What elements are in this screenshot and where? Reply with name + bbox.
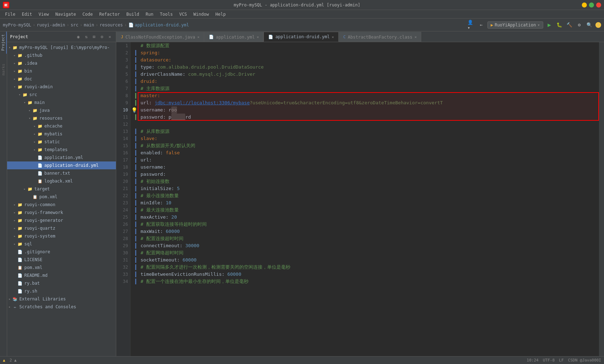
tree-item[interactable]: ▸📁ruoyi-common [7,201,116,209]
code-line[interactable]: slave: [138,135,599,142]
code-line[interactable]: datasource: [138,56,599,64]
code-line[interactable]: username: roo [138,106,599,114]
settings-button[interactable]: ⚙ [575,21,583,29]
tree-item[interactable]: ▸📁ruoyi-quartz [7,224,116,232]
tree-item[interactable]: 📄application.yml [7,154,116,161]
menu-window[interactable]: Window [191,11,212,18]
tab-close-button[interactable]: ✕ [414,35,417,39]
tree-item[interactable]: 📄ry.bat [7,279,116,287]
code-line[interactable]: type: com.alibaba.druid.pool.DruidDataSo… [138,64,599,71]
tree-item[interactable]: ▸📁.github [7,51,116,59]
close-button[interactable] [596,3,601,8]
menu-tools[interactable]: Tools [157,11,176,18]
code-line[interactable]: connectTimeout: 30000 [138,242,599,249]
menu-refactor[interactable]: Refactor [96,11,123,18]
code-line[interactable] [138,121,599,128]
code-line[interactable]: spring: [138,49,599,56]
code-line[interactable]: # 主库数据源 [138,85,599,92]
search-button[interactable]: 🔍 [585,21,593,29]
profile-button[interactable]: 👤▾ [467,21,475,29]
menu-help[interactable]: Help [212,11,229,18]
status-line-col[interactable]: 10:24 [527,358,539,363]
sidebar-scope-icon[interactable]: ◉ [75,34,82,40]
code-line[interactable]: # 最小连接池数量 [138,192,599,199]
code-line[interactable]: timeBetweenEvictionRunsMillis: 60000 [138,271,599,278]
menu-navigate[interactable]: Navigate [53,11,79,18]
menu-edit[interactable]: Edit [19,11,35,18]
tree-item[interactable]: ▸📁ruoyi-framework [7,209,116,216]
window-controls[interactable] [582,3,601,8]
tree-item[interactable]: 📄README.md [7,271,116,279]
code-line[interactable]: master: [138,92,599,99]
notification-button[interactable]: ! [595,22,601,28]
tree-item[interactable]: ▸📁sql [7,240,116,248]
code-line[interactable]: initialSize: 5 [138,185,599,192]
status-encoding[interactable]: UTF-8 [543,358,555,363]
sidebar-close-icon[interactable]: ✕ [107,34,113,40]
tree-item[interactable]: 📄banner.txt [7,169,116,177]
tree-item[interactable]: 📋logback.xml [7,177,116,185]
tree-item[interactable]: 📋pom.xml [7,193,116,201]
code-line[interactable]: # 配置连接超时时间 [138,235,599,242]
code-line[interactable]: # 最大连接池数量 [138,206,599,214]
tree-item[interactable]: ▾📁ruoyi-admin [7,83,116,91]
breadcrumb-project[interactable]: myPro-mySQL [3,23,31,28]
code-line[interactable]: url: jdbc:mysql://localhost:3306/mybase?… [138,99,599,106]
tree-item[interactable]: ▸📁ruoyi-generator [7,216,116,224]
tab-close-button[interactable]: ✕ [332,35,334,39]
tree-item[interactable]: 📄ry.sh [7,287,116,295]
sidebar-expand-icon[interactable]: ⊞ [91,34,97,40]
code-line[interactable]: maxActive: 20 [138,214,599,221]
tree-item[interactable]: ▸✏️Scratches and Consoles [7,303,116,311]
run-button[interactable]: ▶ [545,21,553,29]
code-line[interactable]: # 数据源配置 [138,42,599,49]
breadcrumb-resources[interactable]: resources [100,23,123,28]
tree-item[interactable]: ▸📁mybatis [7,130,116,138]
editor-tab[interactable]: JClassNotFoundException.java✕ [116,32,204,42]
menu-build[interactable]: Build [123,11,142,18]
tree-item[interactable]: ▸📁static [7,138,116,146]
code-line[interactable]: # 配置获取连接等待超时的时间 [138,221,599,228]
code-line[interactable]: druid: [138,78,599,85]
editor-content[interactable]: 1234567891011121314151617181920212223242… [116,42,604,356]
code-line[interactable]: url: [138,156,599,164]
editor-tab[interactable]: 📄application-druid.yml✕ [264,32,339,42]
breadcrumb-src[interactable]: src [70,23,78,28]
code-line[interactable]: username: [138,164,599,171]
tab-close-button[interactable]: ✕ [197,35,200,39]
code-area[interactable]: # 数据源配置spring: datasource: type: com.ali… [138,42,599,356]
code-line[interactable]: # 从数据源开关/默认关闭 [138,142,599,149]
menu-file[interactable]: File [2,11,18,18]
code-line[interactable]: # 配置网络超时时间 [138,249,599,256]
navigate-back-button[interactable]: ← [477,21,485,29]
tree-item[interactable]: ▾📁main [7,99,116,106]
status-line-sep[interactable]: LF [559,358,564,363]
editor-tab[interactable]: 📄application.yml✕ [204,32,264,42]
marks-tab[interactable]: marks [0,61,6,78]
tree-item[interactable]: 📄LICENSE [7,256,116,264]
code-line[interactable]: # 初始连接数 [138,178,599,185]
code-line[interactable]: driverClassName: com.mysql.cj.jdbc.Drive… [138,71,599,78]
menu-vcs[interactable]: VCS [176,11,190,18]
tree-item[interactable]: ▾📁myPro-mySQL [ruoyi] E:\mypro\myPro- [7,44,116,51]
bulb-icon[interactable]: 💡 [131,107,137,113]
sidebar-scroll-icon[interactable]: ⇅ [83,34,89,40]
menu-code[interactable]: Code [80,11,96,18]
tree-item[interactable]: ▸📁java [7,106,116,114]
editor-tab[interactable]: CAbstractBeanFactory.class✕ [339,32,421,42]
code-line[interactable]: password: [138,171,599,178]
tree-item[interactable]: ▸📁bin [7,67,116,75]
code-line[interactable]: socketTimeout: 60000 [138,256,599,264]
maximize-button[interactable] [589,3,594,8]
sidebar-settings-icon[interactable]: ⚙ [99,34,105,40]
breadcrumb-file[interactable]: 📄application-druid.yml [128,23,189,28]
breadcrumb-main[interactable]: main [84,23,94,28]
tree-item[interactable]: ▸📁templates [7,146,116,154]
tree-item[interactable]: ▸📁doc [7,75,116,83]
menu-view[interactable]: View [36,11,52,18]
tree-item[interactable]: ▸📁ruoyi-system [7,232,116,240]
run-config-selector[interactable]: ▶ RuoYiApplication ▾ [487,21,543,29]
code-line[interactable]: # 配置一个连接在池中最小生存的时间，单位是毫秒 [138,278,599,285]
breadcrumb-module[interactable]: ruoyi-admin [37,23,65,28]
tree-item[interactable]: ▾📁resources [7,114,116,122]
